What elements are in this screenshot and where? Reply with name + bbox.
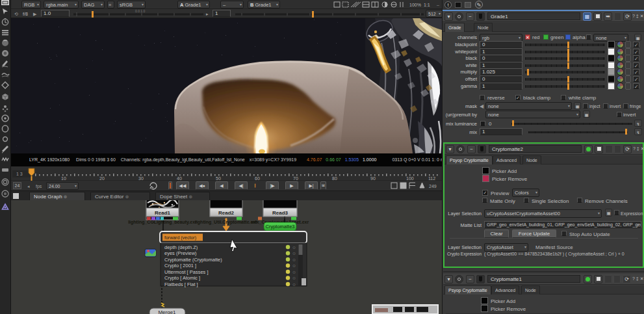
svg-text:⊙: ⊙ [292,252,296,255]
svg-text:50: 50 [216,176,221,181]
svg-text:Crypto [ Atomic ]: Crypto [ Atomic ] [164,275,200,281]
svg-text:10: 10 [61,176,66,181]
svg-text:40: 40 [177,176,182,181]
svg-text:Read2: Read2 [218,210,235,216]
svg-text:1:1: 1:1 [424,3,430,7]
svg-text:112: 112 [428,176,435,181]
svg-text:100: 100 [406,176,414,181]
svg-text:Flatbeds [ Flat ]: Flatbeds [ Flat ] [164,281,198,287]
svg-text:20: 20 [99,176,105,181]
svg-text:100%: 100% [409,3,421,7]
svg-text:Read3: Read3 [272,210,289,216]
svg-text:Uttermost [ Passes ]: Uttermost [ Passes ] [164,269,209,275]
svg-text:Cryptomatte (Cryptomatte): Cryptomatte (Cryptomatte) [164,257,222,263]
svg-text:Merge1: Merge1 [158,309,176,314]
svg-text:0.0 1.0: 0.0 1.0 [135,9,146,13]
svg-text:1 3: 1 3 [16,172,23,176]
svg-text:⊙: ⊙ [292,264,296,268]
svg-text:forward (vector): forward (vector) [164,235,196,241]
svg-text:60: 60 [255,176,260,181]
svg-text:90: 90 [370,176,376,181]
svg-text:⊙: ⊙ [292,283,296,287]
svg-text:Read1: Read1 [155,210,171,216]
svg-text:⊙: ⊙ [292,246,296,250]
svg-text:Cryptomatte3: Cryptomatte3 [265,224,294,229]
svg-text:lighting_Util.Cryptomatte.exr: lighting_Util.Cryptomatte.exr [195,220,257,225]
svg-text:80: 80 [332,176,337,181]
svg-text:eyes (Preview): eyes (Preview) [164,250,197,256]
svg-text:⊙: ⊙ [292,270,296,274]
svg-text:depth (depth.Z): depth (depth.Z) [164,244,198,250]
svg-text:Crypto [ 2001 ]: Crypto [ 2001 ] [164,263,196,268]
svg-text:lighting_CGLighting_beauty.exr: lighting_CGLighting_beauty.exr [128,220,197,225]
svg-text:⊙: ⊙ [292,276,296,280]
svg-text:⊙: ⊙ [292,258,296,262]
svg-text:249: 249 [429,184,437,189]
svg-text:70: 70 [293,176,298,181]
svg-text:30: 30 [138,176,144,181]
